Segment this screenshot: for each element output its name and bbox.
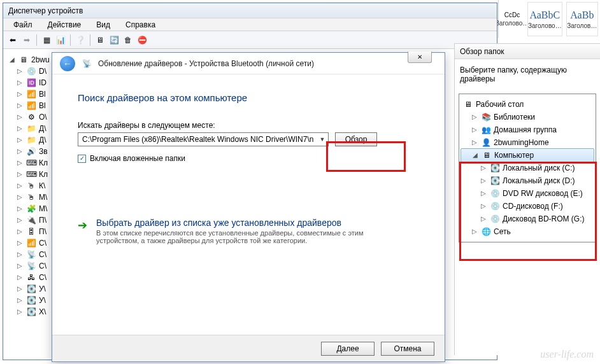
back-button[interactable]: ← [60, 56, 75, 71]
folder-homegroup[interactable]: ▷👥Домашняя группа [461, 123, 594, 136]
expand-icon[interactable]: ▷ [17, 180, 24, 192]
expand-icon[interactable]: ▷ [17, 295, 24, 306]
expand-icon[interactable]: ▷ [17, 157, 24, 169]
device-category-icon: 💽 [26, 295, 36, 305]
browse-button[interactable]: Обзор [335, 132, 377, 146]
expand-icon[interactable]: ▷ [481, 213, 487, 225]
folder-disk-c[interactable]: ▷💽Локальный диск (C:) [461, 162, 594, 174]
toolbar-uninstall-icon[interactable]: 🗑 [122, 34, 134, 46]
folder-desktop[interactable]: 🖥Рабочий стол [461, 98, 594, 111]
collapse-icon[interactable]: ◢ [473, 149, 479, 162]
location-label: Искать драйверы в следующем месте: [78, 121, 419, 130]
folder-label: DVD RW дисковод (E:) [503, 187, 583, 200]
window-titlebar[interactable]: Диспетчер устройств [3, 3, 497, 18]
style-sample: CcDc [504, 11, 520, 18]
expand-icon[interactable]: ▷ [17, 88, 24, 100]
style-sample: АаBbC [529, 10, 560, 21]
toolbar-show-hidden-icon[interactable]: ▦ [41, 34, 52, 46]
folder-user[interactable]: ▷👤2bwumingHome [461, 136, 594, 149]
drive-icon: 💽 [490, 176, 500, 186]
expand-icon[interactable]: ▷ [472, 111, 478, 123]
toolbar-back-icon[interactable]: ⬅ [7, 34, 18, 46]
folder-network[interactable]: ▷🌐Сеть [461, 225, 594, 238]
dialog-body: Поиск драйверов на этом компьютере Искат… [52, 74, 445, 257]
device-category-icon: 🎛 [26, 227, 36, 237]
expand-icon[interactable]: ▷ [17, 260, 24, 272]
toolbar-scan-icon[interactable]: 🖥 [94, 34, 106, 46]
dialog-heading: Поиск драйверов на этом компьютере [78, 92, 419, 103]
expand-icon[interactable]: ▷ [481, 200, 487, 213]
folder-cd[interactable]: ▷💿CD-дисковод (F:) [461, 200, 594, 213]
expand-icon[interactable]: ▷ [17, 226, 24, 237]
tree-node-label: К\ [39, 180, 45, 192]
expand-icon[interactable]: ▷ [17, 123, 24, 134]
collapse-icon[interactable]: ◢ [10, 54, 16, 66]
expand-icon[interactable]: ▷ [17, 306, 24, 318]
expand-icon[interactable]: ▷ [472, 136, 478, 149]
expand-icon[interactable]: ▷ [17, 100, 24, 111]
toolbar-forward-icon[interactable]: ➡ [21, 34, 32, 46]
expand-icon[interactable]: ▷ [17, 146, 24, 157]
expand-icon[interactable]: ▷ [17, 203, 24, 214]
toolbar-help-icon[interactable]: ❔ [75, 34, 86, 46]
expand-icon[interactable]: ▷ [17, 283, 24, 295]
folder-tree[interactable]: 🖥Рабочий стол ▷📚Библиотеки ▷👥Домашняя гр… [459, 94, 596, 242]
folder-disk-d[interactable]: ▷💽Локальный диск (D:) [461, 174, 594, 187]
expand-icon[interactable]: ▷ [17, 134, 24, 146]
toolbar-view-icon[interactable]: 📊 [55, 34, 66, 46]
close-button[interactable]: ✕ [408, 52, 432, 63]
folder-label: Сеть [494, 225, 511, 238]
expand-icon[interactable]: ▷ [17, 214, 24, 226]
pick-from-list-desc: В этом списке перечисляются все установл… [96, 229, 402, 244]
pick-from-list-title: Выбрать драйвер из списка уже установлен… [96, 218, 402, 228]
cancel-button[interactable]: Отмена [381, 342, 434, 356]
folder-browse-hint: Выберите папку, содержащую драйверы [455, 59, 600, 90]
path-row: C:\Program Files (x86)\Realtek\Realtek W… [78, 132, 419, 146]
menu-action[interactable]: Действие [41, 19, 88, 31]
toolbar-disable-icon[interactable]: ⛔ [136, 34, 148, 46]
expand-icon[interactable]: ▷ [472, 123, 478, 136]
expand-icon[interactable]: ▷ [17, 66, 24, 77]
menu-help[interactable]: Справка [119, 19, 162, 31]
style-label: Заголово… [528, 22, 562, 29]
dialog-header: ← 📡 Обновление драйверов - Устройства Bl… [52, 53, 445, 74]
pick-from-list-link[interactable]: ➔ Выбрать драйвер из списка уже установл… [78, 218, 419, 244]
expand-icon[interactable]: ▷ [481, 174, 487, 187]
style-cell-heading2[interactable]: АаBb Заголов… [566, 2, 598, 36]
include-subfolders-row[interactable]: ✓ Включая вложенные папки [78, 154, 419, 163]
arrow-right-icon: ➔ [78, 218, 87, 244]
tree-node-label: С\ [39, 249, 46, 260]
tree-node-label: П\ [39, 226, 46, 237]
folder-bd[interactable]: ▷💿Дисковод BD-ROM (G:) [461, 213, 594, 225]
chevron-down-icon[interactable]: ▼ [318, 134, 327, 144]
toolbar-update-icon[interactable]: 🔄 [108, 34, 120, 46]
folder-dvd-rw[interactable]: ▷💿DVD RW дисковод (E:) [461, 187, 594, 200]
tree-node-label: Д\ [39, 123, 46, 134]
tree-node-label: С\ [39, 237, 46, 249]
folder-computer[interactable]: ◢🖥Компьютер [461, 148, 594, 162]
expand-icon[interactable]: ▷ [17, 169, 24, 180]
expand-icon[interactable]: ▷ [17, 249, 24, 260]
path-combobox[interactable]: C:\Program Files (x86)\Realtek\Realtek W… [78, 132, 329, 146]
next-button[interactable]: Далее [321, 342, 375, 356]
expand-icon[interactable]: ▷ [17, 77, 24, 88]
expand-icon[interactable]: ▷ [17, 111, 24, 123]
folder-libraries[interactable]: ▷📚Библиотеки [461, 111, 594, 123]
expand-icon[interactable]: ▷ [481, 187, 487, 200]
tree-node-label: Кл [39, 169, 48, 180]
expand-icon[interactable]: ▷ [17, 192, 24, 203]
expand-icon[interactable]: ▷ [481, 162, 487, 174]
expand-icon[interactable]: ▷ [472, 225, 478, 238]
style-cell-quote[interactable]: CcDc Заголово… [499, 0, 525, 38]
device-category-icon: 📁 [26, 135, 36, 145]
style-cell-heading1[interactable]: АаBbC Заголово… [527, 2, 562, 36]
checkbox-checked-icon[interactable]: ✓ [78, 155, 86, 163]
expand-icon[interactable]: ▷ [17, 272, 24, 283]
menu-view[interactable]: Вид [90, 19, 117, 31]
menu-file[interactable]: Файл [7, 19, 39, 31]
tree-node-label: O\ [39, 111, 47, 123]
device-category-icon: 💽 [26, 284, 36, 294]
style-label: Заголово… [496, 20, 529, 27]
expand-icon[interactable]: ▷ [17, 237, 24, 249]
device-category-icon: 🖱 [26, 181, 36, 191]
